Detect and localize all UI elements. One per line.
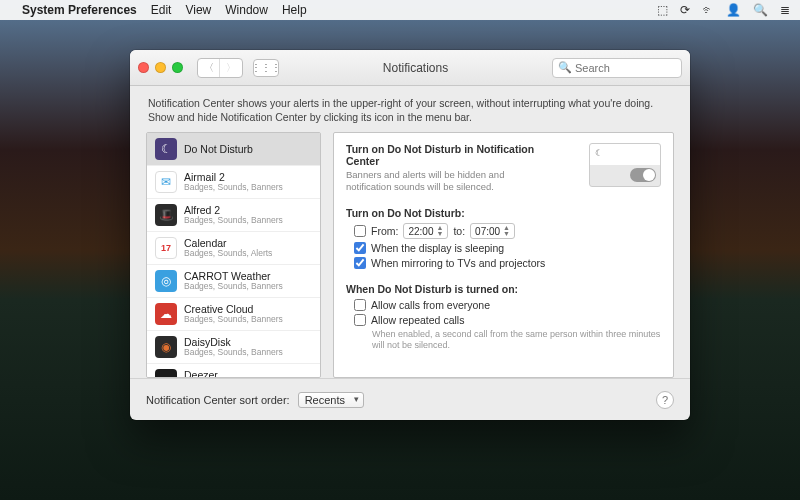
search-field[interactable]: 🔍 [552,58,682,78]
sidebar-item-airmail[interactable]: ✉ Airmail 2Badges, Sounds, Banners [147,166,320,199]
sort-order-label: Notification Center sort order: [146,394,290,406]
detail-pane: ☾ Turn on Do Not Disturb in Notification… [333,132,674,378]
zoom-button[interactable] [172,62,183,73]
minimize-button[interactable] [155,62,166,73]
stepper-icon[interactable]: ▲▼ [503,225,510,237]
menu-edit[interactable]: Edit [151,3,172,17]
dropbox-status-icon[interactable]: ⬚ [657,3,668,17]
display-sleeping-label: When the display is sleeping [371,242,504,254]
deezer-icon: ≡ [155,369,177,378]
dnd-toggle[interactable] [630,168,656,182]
preferences-window: 〈 〉 ⋮⋮⋮ Notifications 🔍 Notification Cen… [130,50,690,420]
spotlight-icon[interactable]: 🔍 [753,3,768,17]
nav-segment: 〈 〉 [197,58,243,78]
sidebar-item-label: Do Not Disturb [184,144,253,156]
detail-headline: Turn on Do Not Disturb in Notification C… [346,143,546,167]
allow-everyone-label: Allow calls from everyone [371,299,490,311]
sidebar-item-creative-cloud[interactable]: ☁ Creative CloudBadges, Sounds, Banners [147,298,320,331]
close-button[interactable] [138,62,149,73]
search-input[interactable] [575,62,676,74]
sidebar-item-daisydisk[interactable]: ◉ DaisyDiskBadges, Sounds, Banners [147,331,320,364]
sidebar-item-alfred[interactable]: 🎩 Alfred 2Badges, Sounds, Banners [147,199,320,232]
display-sleeping-checkbox[interactable] [354,242,366,254]
titlebar: 〈 〉 ⋮⋮⋮ Notifications 🔍 [130,50,690,86]
back-button[interactable]: 〈 [198,59,220,77]
mirroring-checkbox[interactable] [354,257,366,269]
schedule-checkbox[interactable] [354,225,366,237]
sidebar-item-calendar[interactable]: 17 CalendarBadges, Sounds, Alerts [147,232,320,265]
detail-subline: Banners and alerts will be hidden and no… [346,169,546,193]
sidebar-item-sub: Badges, Sounds, Banners [184,348,283,357]
help-button[interactable]: ? [656,391,674,409]
mirroring-label: When mirroring to TVs and projectors [371,257,545,269]
from-time-field[interactable]: 22:00▲▼ [403,223,448,239]
allow-everyone-checkbox[interactable] [354,299,366,311]
menu-help[interactable]: Help [282,3,307,17]
app-menu[interactable]: System Preferences [22,3,137,17]
carrot-icon: ◎ [155,270,177,292]
schedule-section-title: Turn on Do Not Disturb: [346,207,661,219]
menu-window[interactable]: Window [225,3,268,17]
sidebar-item-sub: Badges, Sounds, Banners [184,183,283,192]
menubar: System Preferences Edit View Window Help… [0,0,800,20]
sidebar-item-do-not-disturb[interactable]: ☾ Do Not Disturb [147,133,320,166]
window-controls [138,62,183,73]
sidebar-item-carrot[interactable]: ◎ CARROT WeatherBadges, Sounds, Banners [147,265,320,298]
to-time-field[interactable]: 07:00▲▼ [470,223,515,239]
stepper-icon[interactable]: ▲▼ [436,225,443,237]
search-icon: 🔍 [558,61,572,74]
app-list[interactable]: ☾ Do Not Disturb ✉ Airmail 2Badges, Soun… [146,132,321,378]
sidebar-item-deezer[interactable]: ≡ DeezerBadges, Sounds, Banners [147,364,320,378]
from-label: From: [371,225,398,237]
daisydisk-icon: ◉ [155,336,177,358]
menu-view[interactable]: View [185,3,211,17]
sidebar-item-sub: Badges, Sounds, Banners [184,282,283,291]
moon-icon: ☾ [155,138,177,160]
window-title: Notifications [285,61,546,75]
wifi-status-icon[interactable]: ᯤ [702,3,714,17]
creative-cloud-icon: ☁ [155,303,177,325]
notification-center-icon[interactable]: ≣ [780,3,790,17]
intro-text: Notification Center shows your alerts in… [130,86,690,132]
sidebar-item-sub: Badges, Sounds, Banners [184,216,283,225]
forward-button[interactable]: 〉 [220,59,242,77]
alfred-icon: 🎩 [155,204,177,226]
allow-repeated-label: Allow repeated calls [371,314,464,326]
allow-repeated-checkbox[interactable] [354,314,366,326]
when-on-section-title: When Do Not Disturb is turned on: [346,283,661,295]
to-label: to: [453,225,465,237]
sidebar-item-label: Deezer [184,370,283,378]
airmail-icon: ✉ [155,171,177,193]
notification-preview: ☾ [589,143,661,187]
sort-order-select[interactable]: Recents [298,392,364,408]
user-status-icon[interactable]: 👤 [726,3,741,17]
moon-icon: ☾ [595,148,603,158]
sync-status-icon[interactable]: ⟳ [680,3,690,17]
show-all-button[interactable]: ⋮⋮⋮ [253,59,279,77]
repeated-note: When enabled, a second call from the sam… [372,329,661,352]
sidebar-item-sub: Badges, Sounds, Banners [184,315,283,324]
footer: Notification Center sort order: Recents … [130,378,690,420]
sidebar-item-sub: Badges, Sounds, Alerts [184,249,272,258]
calendar-icon: 17 [155,237,177,259]
